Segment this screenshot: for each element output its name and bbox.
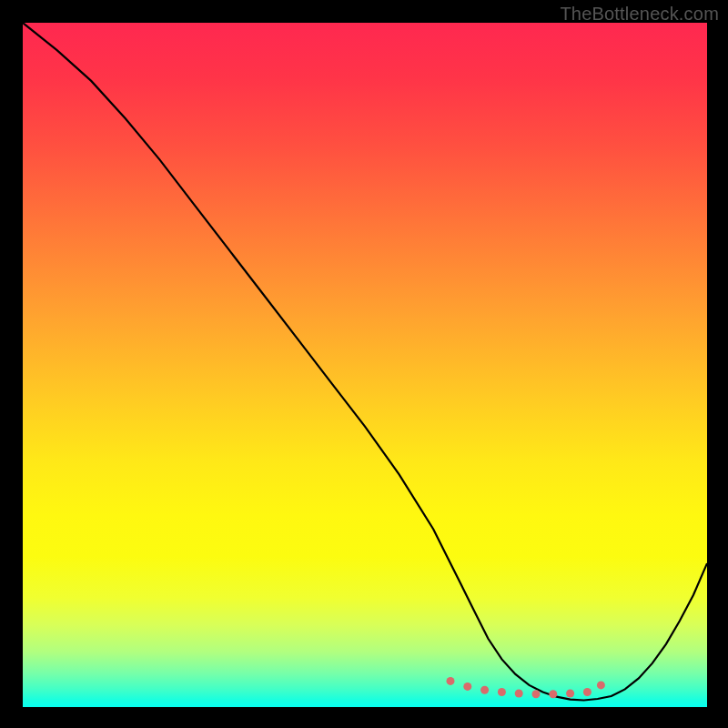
marker-dot bbox=[566, 690, 574, 698]
marker-points bbox=[447, 677, 605, 698]
marker-dot bbox=[532, 690, 541, 698]
marker-dot bbox=[498, 688, 506, 696]
watermark-text: TheBottleneck.com bbox=[560, 4, 719, 25]
bottleneck-curve bbox=[23, 23, 707, 701]
chart-svg bbox=[23, 23, 707, 707]
marker-dot bbox=[463, 682, 471, 691]
marker-dot bbox=[447, 677, 455, 685]
marker-dot bbox=[515, 690, 523, 698]
marker-dot bbox=[549, 690, 557, 698]
marker-dot bbox=[480, 686, 489, 694]
plot-area bbox=[23, 23, 707, 707]
marker-dot bbox=[597, 681, 605, 689]
curve-path bbox=[23, 23, 707, 701]
marker-dot bbox=[583, 688, 592, 696]
